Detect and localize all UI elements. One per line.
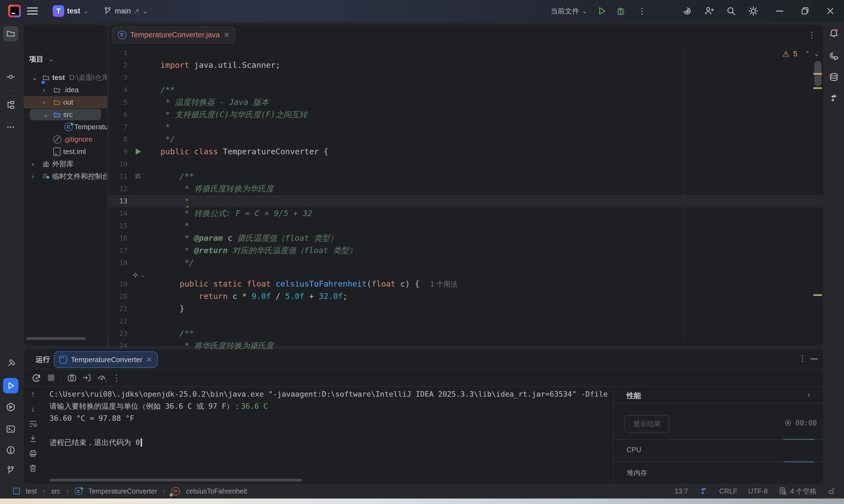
console-more-button[interactable]: ⋮: [110, 371, 123, 384]
run-tab[interactable]: TemperatureConverter ✕: [54, 352, 158, 368]
line-separator-widget[interactable]: CRLF: [719, 487, 737, 495]
breadcrumb-method[interactable]: celsiusToFahrenheit: [186, 487, 247, 495]
code-line-20[interactable]: 20 return c * 9.0f / 5.0f + 32.0f;: [109, 290, 823, 303]
more-actions-button[interactable]: ⋮: [638, 0, 646, 22]
sidebar-item-git[interactable]: [3, 463, 18, 478]
code-line-21[interactable]: 21 }: [109, 303, 823, 315]
console-output[interactable]: C:\Users\rui08\.jdks\openjdk-25.0.2\bin\…: [49, 388, 611, 449]
tree-chevron-icon[interactable]: ›: [32, 158, 34, 170]
indent-widget[interactable]: 4 个空格: [779, 487, 816, 496]
code-line-17[interactable]: 17 * @return 对应的华氏温度值（float 类型）: [109, 244, 823, 257]
project-widget[interactable]: T test ⌄: [53, 0, 88, 22]
code-line-3[interactable]: 3: [109, 71, 823, 84]
expand-chevron-icon[interactable]: ›: [808, 390, 810, 399]
tree-chevron-icon[interactable]: ›: [43, 96, 45, 108]
ai-assistant-status-button[interactable]: [699, 486, 708, 496]
sidebar-item-terminal[interactable]: [3, 421, 18, 437]
sidebar-item-more[interactable]: [3, 120, 18, 135]
print-button[interactable]: [28, 448, 38, 459]
close-icon[interactable]: ✕: [146, 356, 152, 363]
editor-tab-options-kebab-icon[interactable]: ⋮: [808, 30, 816, 40]
inspections-widget[interactable]: ⚠ 5 ⌃ ⌄: [782, 48, 819, 59]
ai-assistant-button[interactable]: [826, 91, 842, 106]
tree-row-.idea[interactable]: ›.idea: [24, 84, 107, 96]
caret-position-widget[interactable]: 13:7: [674, 487, 688, 495]
clear-console-button[interactable]: [28, 463, 38, 474]
breadcrumb-class[interactable]: TemperatureConverter: [88, 487, 157, 495]
code-line-4[interactable]: 4/**: [109, 84, 823, 96]
maximize-button[interactable]: [796, 0, 814, 22]
sidebar-item-commit[interactable]: [3, 69, 18, 85]
code-line-22[interactable]: 22: [109, 315, 823, 327]
run-panel-kebab-icon[interactable]: ⋮: [798, 354, 807, 363]
warning-stripe-mark[interactable]: [813, 87, 822, 89]
breadcrumb-module[interactable]: test: [26, 487, 37, 495]
sidebar-item-services[interactable]: [3, 399, 18, 415]
hide-panel-icon[interactable]: [810, 359, 817, 359]
code-line-14[interactable]: 14 * 转换公式: F = C × 9/5 + 32: [109, 207, 823, 220]
warning-stripe-mark[interactable]: [813, 73, 822, 75]
code-with-me-button[interactable]: [704, 0, 714, 22]
code-line-23[interactable]: 23 /**: [109, 327, 823, 340]
close-button[interactable]: [822, 0, 839, 22]
tree-chevron-icon[interactable]: ›: [43, 84, 45, 96]
code-line-6[interactable]: 6 * 支持摄氏度(C)与华氏度(F)之间互转: [109, 108, 823, 121]
scroll-to-end-button[interactable]: [28, 433, 38, 444]
sidebar-item-run[interactable]: [3, 378, 18, 393]
sidebar-item-problems[interactable]: [3, 443, 18, 458]
doc-render-toggle-icon[interactable]: [135, 173, 142, 180]
code-line-1[interactable]: 1: [109, 47, 823, 59]
code-line-19[interactable]: 19 public static float celsiusToFahrenhe…: [109, 278, 823, 290]
code-line-12[interactable]: 12 * 将摄氏度转换为华氏度: [109, 183, 823, 195]
prev-warning-icon[interactable]: ⌃: [805, 51, 810, 57]
tree-row-test[interactable]: ⌄testD:\桌面\仓库: [24, 71, 107, 84]
tree-chevron-icon[interactable]: ⌄: [43, 108, 48, 121]
code-line-10[interactable]: 10: [109, 158, 823, 170]
attach-profiler-button[interactable]: [80, 371, 93, 384]
readonly-toggle[interactable]: [828, 487, 835, 495]
search-everywhere-button[interactable]: [726, 0, 736, 22]
snapshot-button[interactable]: [65, 371, 79, 384]
project-panel-header[interactable]: 项目 ⌄: [29, 52, 54, 66]
next-warning-icon[interactable]: ⌄: [814, 51, 819, 57]
notifications-button[interactable]: [826, 26, 842, 41]
show-results-button[interactable]: 显示结果: [624, 415, 670, 433]
tree-row-src[interactable]: ⌄src: [24, 108, 107, 121]
editor-tab[interactable]: TemperatureConverter.java ✕: [112, 26, 235, 43]
code-line-5[interactable]: 5 * 温度转换器 - Java 版本: [109, 96, 823, 108]
code-line-16[interactable]: 16 * @param c 摄氏温度值（float 类型）: [109, 232, 823, 244]
tree-row-TemperatureConverter[interactable]: TemperatureConverter: [24, 121, 107, 133]
code-line-8[interactable]: 8 */: [109, 133, 823, 145]
ai-promo-button[interactable]: [682, 0, 692, 22]
horizontal-scrollbar[interactable]: [27, 337, 86, 340]
code-line-18[interactable]: 18 */: [109, 257, 823, 269]
code-line-7[interactable]: 7 *: [109, 121, 823, 133]
console-horizontal-scrollbar[interactable]: [49, 479, 302, 482]
console-up-button[interactable]: ↑: [28, 389, 38, 400]
sidebar-item-build[interactable]: [3, 356, 18, 372]
profiler-button[interactable]: [95, 371, 108, 384]
debug-button[interactable]: [616, 0, 626, 22]
ai-chat-button[interactable]: [826, 48, 842, 64]
sidebar-item-project[interactable]: [3, 26, 18, 41]
main-menu-icon[interactable]: [27, 0, 38, 22]
tree-row-临时文件和控制台[interactable]: ›临时文件和控制台: [24, 170, 107, 183]
run-line-icon[interactable]: [136, 148, 141, 155]
close-icon[interactable]: ✕: [224, 31, 230, 38]
sidebar-item-structure[interactable]: [3, 97, 18, 112]
breadcrumb-dir[interactable]: src: [51, 487, 60, 495]
minimize-button[interactable]: [771, 0, 789, 22]
tree-chevron-icon[interactable]: ›: [32, 170, 34, 183]
run-button[interactable]: [597, 0, 607, 22]
console-down-button[interactable]: ↓: [28, 403, 38, 415]
code-line-11[interactable]: 11 /**: [109, 170, 823, 183]
code-line-13[interactable]: 13 *: [109, 195, 823, 207]
soft-wrap-button[interactable]: [28, 418, 38, 429]
tree-chevron-icon[interactable]: ⌄: [32, 71, 37, 84]
code-line-2[interactable]: 2import java.util.Scanner;: [109, 59, 823, 71]
code-editor[interactable]: 12import java.util.Scanner;34/**5 * 温度转换…: [109, 47, 823, 352]
tree-row-.gitignore[interactable]: .gitignore: [24, 133, 107, 145]
vcs-widget[interactable]: main ↗ ⌄: [103, 0, 148, 22]
encoding-widget[interactable]: UTF-8: [748, 487, 768, 495]
code-line-15[interactable]: 15 *: [109, 220, 823, 232]
